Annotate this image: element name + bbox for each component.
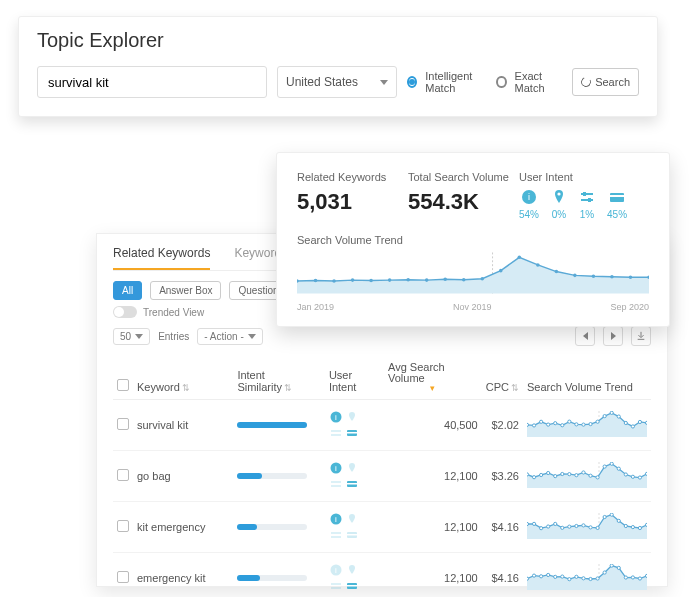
keywords-table: Keyword⇅ Intent Similarity⇅ User Intent …: [113, 356, 651, 597]
pin-icon: [551, 189, 567, 205]
trend-label: Search Volume Trend: [297, 234, 649, 246]
svg-point-33: [561, 472, 564, 475]
col-avg-volume: Avg Search Volume▾: [384, 356, 482, 400]
svg-point-57: [568, 525, 571, 528]
svg-text:i: i: [335, 566, 337, 575]
svg-point-124: [314, 279, 318, 283]
cell-similarity: [233, 451, 324, 502]
chevron-down-icon: [380, 80, 388, 85]
radio-exact[interactable]: [496, 76, 506, 88]
cell-intent: i: [325, 451, 384, 502]
table-row: emergency kiti12,100$4.16: [113, 553, 651, 598]
svg-point-117: [557, 192, 560, 195]
cell-cpc: $4.16: [482, 553, 523, 598]
search-button[interactable]: Search: [572, 68, 639, 96]
svg-text:i: i: [335, 413, 337, 422]
svg-point-19: [624, 421, 627, 424]
svg-rect-49: [347, 534, 357, 536]
row-checkbox[interactable]: [117, 469, 129, 481]
svg-point-129: [406, 278, 410, 282]
select-all-checkbox[interactable]: [117, 379, 129, 391]
col-keyword: Keyword⇅: [133, 356, 233, 400]
svg-point-38: [596, 476, 599, 479]
tab-related-keywords[interactable]: Related Keywords: [113, 246, 210, 270]
intent-info: i 54%: [519, 189, 539, 220]
col-cpc: CPC⇅: [482, 356, 523, 400]
pin-icon: [345, 563, 359, 577]
svg-point-21: [638, 420, 641, 423]
svg-point-78: [554, 575, 557, 578]
cell-keyword: emergency kit: [133, 553, 233, 598]
svg-point-34: [568, 473, 571, 476]
filter-answer-box[interactable]: Answer Box: [150, 281, 221, 300]
radio-dot-icon: [409, 79, 415, 85]
svg-point-12: [575, 423, 578, 426]
svg-point-80: [568, 578, 571, 581]
cell-intent: i: [325, 502, 384, 553]
svg-point-42: [624, 473, 627, 476]
page-prev-button[interactable]: [575, 326, 595, 346]
row-checkbox[interactable]: [117, 520, 129, 532]
chevron-left-icon: [583, 332, 588, 340]
trended-toggle-label: Trended View: [143, 307, 204, 318]
svg-point-79: [561, 575, 564, 578]
sliders-icon: [329, 426, 343, 440]
country-select[interactable]: United States: [277, 66, 397, 98]
svg-point-131: [443, 277, 447, 281]
svg-point-85: [603, 571, 606, 574]
trended-toggle[interactable]: [113, 306, 137, 318]
info-icon: i: [329, 512, 343, 526]
svg-point-11: [568, 420, 571, 423]
svg-point-137: [555, 270, 559, 274]
card-icon: [345, 528, 359, 542]
cell-intent: i: [325, 400, 384, 451]
svg-point-63: [610, 513, 613, 516]
stat-label: Related Keywords: [297, 171, 408, 183]
col-user-intent: User Intent: [325, 356, 384, 400]
cell-trend: [523, 400, 651, 451]
svg-point-9: [554, 422, 557, 425]
svg-point-5: [527, 423, 529, 426]
action-select[interactable]: - Action -: [197, 328, 262, 345]
row-checkbox[interactable]: [117, 571, 129, 583]
info-icon: i: [329, 563, 343, 577]
intent-trans: 45%: [607, 189, 627, 220]
svg-point-31: [547, 471, 550, 474]
page-next-button[interactable]: [603, 326, 623, 346]
svg-text:i: i: [528, 192, 530, 202]
cell-volume: 40,500: [384, 400, 482, 451]
svg-point-128: [388, 278, 392, 282]
sliders-icon: [329, 477, 343, 491]
card-icon: [345, 426, 359, 440]
svg-point-138: [573, 274, 577, 278]
svg-point-40: [610, 462, 613, 465]
radio-intelligent[interactable]: [407, 76, 417, 88]
chevron-right-icon: [611, 332, 616, 340]
svg-point-28: [527, 473, 529, 476]
svg-point-58: [575, 524, 578, 527]
stat-user-intent: User Intent i 54% 0% 1% 45%: [519, 171, 649, 220]
match-mode-group: Intelligent Match Exact Match: [407, 70, 562, 94]
intent-compare: 1%: [579, 189, 595, 220]
svg-point-14: [589, 422, 592, 425]
svg-point-55: [554, 522, 557, 525]
pin-icon: [345, 461, 359, 475]
svg-point-130: [425, 278, 429, 282]
filter-all[interactable]: All: [113, 281, 142, 300]
download-button[interactable]: [631, 326, 651, 346]
card-icon: [609, 189, 625, 205]
svg-point-43: [631, 475, 634, 478]
keyword-input[interactable]: [37, 66, 267, 98]
cell-volume: 12,100: [384, 502, 482, 553]
entries-select[interactable]: 50: [113, 328, 150, 345]
row-checkbox[interactable]: [117, 418, 129, 430]
cell-similarity: [233, 553, 324, 598]
refresh-icon: [580, 76, 593, 89]
cell-volume: 12,100: [384, 451, 482, 502]
cell-intent: i: [325, 553, 384, 598]
search-button-label: Search: [595, 76, 630, 88]
sliders-icon: [329, 528, 343, 542]
svg-point-65: [624, 524, 627, 527]
sliders-icon: [329, 579, 343, 593]
svg-rect-120: [610, 193, 624, 202]
